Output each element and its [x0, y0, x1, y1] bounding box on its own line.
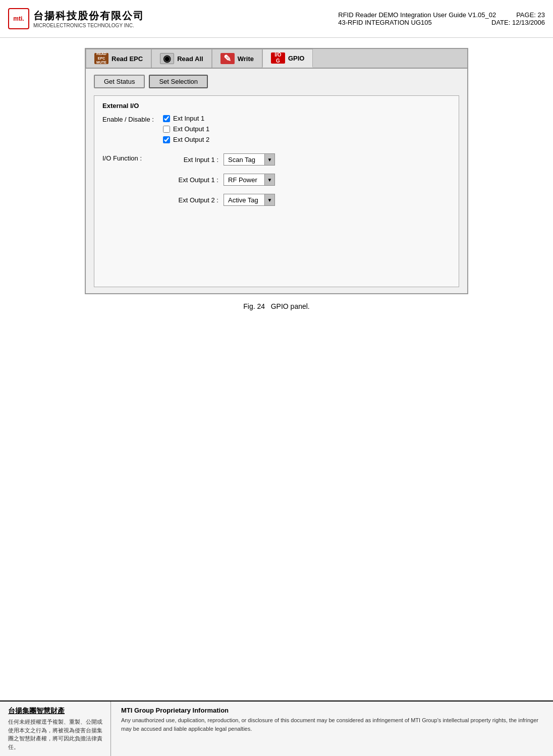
tab-read-all[interactable]: ◉ Read All — [151, 49, 212, 68]
tab-read-epc-label: Read EPC — [112, 55, 143, 63]
footer-en-text: Any unauthorized use, duplication, repro… — [121, 716, 543, 733]
io-ext-output-2-label: Ext Output 2 : — [163, 196, 218, 204]
ext-io-title: External I/O — [102, 102, 451, 110]
io-row-ext-input-1: Ext Input 1 : Scan Tag ▼ — [163, 153, 275, 166]
checkbox-ext-output-1[interactable]: Ext Output 1 — [163, 125, 209, 133]
mti-logo-icon: mti. — [8, 8, 29, 29]
ext-output-2-checkbox[interactable] — [163, 136, 170, 143]
gpio-icon: I/OG — [271, 52, 285, 64]
company-text: 台揚科技股份有限公司 MICROELECTRONICS TECHNOLOGY I… — [33, 9, 144, 28]
ext-input-1-label: Ext Input 1 — [173, 115, 204, 122]
io-ext-output-1-label: Ext Output 1 : — [163, 176, 218, 184]
doc-title: RFID Reader DEMO Integration User Guide … — [338, 11, 496, 19]
doc-date: DATE: 12/13/2006 — [491, 19, 545, 26]
checkbox-ext-output-2[interactable]: Ext Output 2 — [163, 136, 209, 143]
io-function-section: I/O Function : Ext Input 1 : Scan Tag ▼ … — [102, 153, 451, 206]
ext-output-1-label: Ext Output 1 — [173, 125, 209, 133]
page-footer: 台揚集團智慧財產 任何未經授權逕予複製、重製、公開或使用本文之行為，將被視為侵害… — [0, 700, 553, 756]
io-row-ext-output-1: Ext Output 1 : RF Power ▼ — [163, 174, 275, 186]
company-name-cn: 台揚科技股份有限公司 — [33, 9, 144, 23]
set-selection-button[interactable]: Set Selection — [149, 75, 208, 88]
page-header: mti. 台揚科技股份有限公司 MICROELECTRONICS TECHNOL… — [0, 0, 553, 38]
io-ext-output-1-dropdown-btn[interactable]: ▼ — [264, 174, 274, 185]
io-function-label: I/O Function : — [102, 153, 163, 162]
figure-description: GPIO panel. — [271, 302, 310, 310]
io-rows-group: Ext Input 1 : Scan Tag ▼ Ext Output 1 : … — [163, 153, 275, 206]
tab-read-epc[interactable]: READEPCMUTE Read EPC — [86, 49, 151, 68]
header-subtitle-line: 43-RFID INTEGRATION UG105 DATE: 12/13/20… — [338, 19, 545, 26]
company-name-en: MICROELECTRONICS TECHNOLOGY INC. — [33, 23, 144, 28]
tab-bar: READEPCMUTE Read EPC ◉ Read All ✎ Write … — [86, 49, 467, 69]
io-ext-input-1-label: Ext Input 1 : — [163, 156, 218, 164]
footer-cn-title: 台揚集團智慧財產 — [8, 707, 102, 716]
header-right: RFID Reader DEMO Integration User Guide … — [338, 11, 545, 26]
gui-panel: READEPCMUTE Read EPC ◉ Read All ✎ Write … — [85, 48, 468, 294]
footer-right: MTI Group Proprietary Information Any un… — [111, 701, 553, 756]
enable-disable-label: Enable / Disable : — [102, 115, 163, 123]
footer-en-title: MTI Group Proprietary Information — [121, 707, 543, 714]
checkbox-ext-input-1[interactable]: Ext Input 1 — [163, 115, 209, 122]
tab-gpio[interactable]: I/OG GPIO — [262, 49, 313, 68]
read-all-icon: ◉ — [160, 53, 174, 64]
ext-input-1-checkbox[interactable] — [163, 115, 170, 122]
ext-output-1-checkbox[interactable] — [163, 126, 170, 133]
ext-output-2-label: Ext Output 2 — [173, 136, 209, 143]
logo-area: mti. 台揚科技股份有限公司 MICROELECTRONICS TECHNOL… — [8, 8, 144, 29]
enable-disable-section: Enable / Disable : Ext Input 1 Ext Outpu… — [102, 115, 451, 143]
header-title-line: RFID Reader DEMO Integration User Guide … — [338, 11, 545, 19]
read-epc-icon: READEPCMUTE — [94, 53, 108, 64]
io-ext-output-2-select[interactable]: Active Tag ▼ — [224, 194, 275, 206]
io-ext-input-1-dropdown-btn[interactable]: ▼ — [264, 154, 274, 165]
io-ext-output-1-value: RF Power — [224, 175, 264, 185]
io-ext-output-1-select[interactable]: RF Power ▼ — [224, 174, 275, 186]
get-status-button[interactable]: Get Status — [94, 75, 145, 88]
main-content: READEPCMUTE Read EPC ◉ Read All ✎ Write … — [0, 38, 553, 719]
figure-number: Fig. 24 — [243, 302, 265, 310]
page-number: PAGE: 23 — [516, 11, 545, 19]
tab-write-label: Write — [238, 55, 254, 63]
write-icon: ✎ — [220, 53, 235, 64]
footer-cn-text: 任何未經授權逕予複製、重製、公開或使用本文之行為，將被視為侵害台揚集團之智慧財產… — [8, 718, 102, 751]
tab-read-all-label: Read All — [177, 55, 203, 63]
tab-write[interactable]: ✎ Write — [212, 49, 262, 68]
checkbox-group: Ext Input 1 Ext Output 1 Ext Output 2 — [163, 115, 209, 143]
tab-gpio-label: GPIO — [288, 55, 305, 62]
io-row-ext-output-2: Ext Output 2 : Active Tag ▼ — [163, 194, 275, 206]
footer-left: 台揚集團智慧財產 任何未經授權逕予複製、重製、公開或使用本文之行為，將被視為侵害… — [0, 701, 111, 756]
io-ext-output-2-dropdown-btn[interactable]: ▼ — [264, 194, 274, 205]
gpio-button-row: Get Status Set Selection — [94, 75, 459, 88]
doc-number: 43-RFID INTEGRATION UG105 — [338, 19, 431, 26]
io-ext-input-1-select[interactable]: Scan Tag ▼ — [224, 153, 275, 166]
io-ext-output-2-value: Active Tag — [224, 195, 264, 205]
figure-caption: Fig. 24 GPIO panel. — [30, 302, 523, 310]
io-ext-input-1-value: Scan Tag — [224, 155, 264, 165]
ext-io-panel: External I/O Enable / Disable : Ext Inpu… — [94, 95, 459, 287]
gpio-tab-content: Get Status Set Selection External I/O En… — [86, 69, 467, 293]
